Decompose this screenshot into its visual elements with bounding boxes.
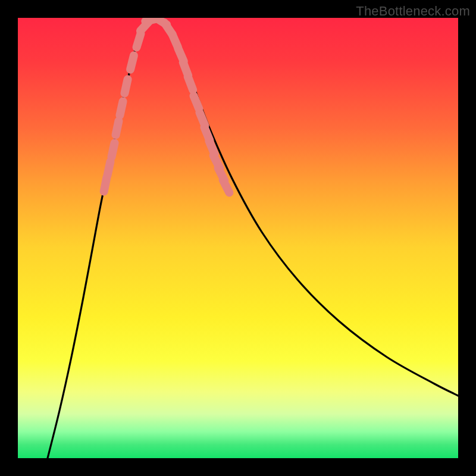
- plot-area: [18, 18, 458, 458]
- highlight-marker: [116, 121, 119, 135]
- highlight-marker: [104, 177, 107, 192]
- curve-svg: [18, 18, 458, 458]
- highlight-marker: [188, 77, 193, 90]
- highlight-marker: [193, 96, 199, 109]
- highlight-marker: [130, 55, 134, 69]
- highlight-marker: [120, 101, 123, 115]
- highlight-marker-group: [104, 18, 230, 193]
- watermark-text: TheBottleneck.com: [356, 4, 470, 19]
- highlight-marker: [136, 34, 140, 48]
- bottleneck-curve-path: [48, 20, 458, 458]
- highlight-marker: [223, 180, 230, 192]
- chart-frame: TheBottleneck.com: [0, 0, 476, 476]
- highlight-marker: [107, 161, 110, 175]
- highlight-marker: [124, 79, 127, 93]
- highlight-marker: [111, 143, 114, 156]
